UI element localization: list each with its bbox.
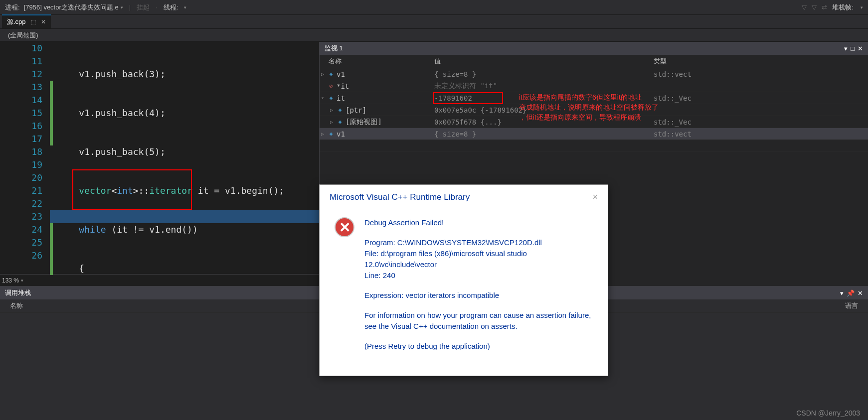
object-icon: ◈	[328, 131, 335, 138]
object-icon: ◈	[337, 119, 344, 126]
object-icon: ◈	[328, 71, 335, 78]
error-icon: ✕	[335, 217, 354, 237]
thread-label: 线程:	[164, 3, 178, 12]
col-value[interactable]: 值	[434, 57, 654, 66]
filter-icon-2[interactable]: ▽	[812, 3, 817, 11]
process-dropdown[interactable]: [7956] vector之迭代器失效问题.e ▾	[24, 3, 123, 12]
dialog-title: Microsoft Visual C++ Runtime Library	[330, 192, 470, 202]
dialog-title-bar[interactable]: Microsoft Visual C++ Runtime Library ×	[320, 185, 608, 207]
watch-row-empty[interactable]	[320, 140, 868, 152]
watch-title-bar[interactable]: 监视 1 ▾ □ ✕	[320, 42, 868, 55]
zoom-bar[interactable]: 133 % ▾	[0, 274, 319, 286]
filter-icon[interactable]: ▽	[802, 3, 807, 11]
separator: |	[129, 3, 131, 11]
stackframe-label: 堆栈帧:	[832, 3, 854, 12]
close-icon[interactable]: ✕	[858, 289, 863, 297]
dropdown-icon[interactable]: ▾	[840, 289, 844, 297]
expander-icon[interactable]: ▷	[320, 131, 326, 137]
expander-icon[interactable]: ▷	[329, 119, 335, 125]
maximize-icon[interactable]: □	[851, 45, 855, 52]
pin-icon[interactable]: 📌	[847, 289, 855, 297]
process-label: 进程:	[5, 3, 20, 12]
pin-icon[interactable]: ⬚	[31, 19, 36, 25]
watch-row[interactable]: ▷◈v1 { size=8 } std::vect	[320, 68, 868, 80]
expander-icon[interactable]: ▷	[329, 107, 335, 113]
close-icon[interactable]: ✕	[41, 18, 46, 25]
expander-icon[interactable]: ▷	[320, 71, 326, 77]
col-type[interactable]: 类型	[654, 57, 868, 66]
chevron-down-icon: ▾	[861, 5, 863, 10]
dropdown-icon[interactable]: ▾	[844, 45, 848, 52]
error-dialog: Microsoft Visual C++ Runtime Library × ✕…	[319, 184, 608, 376]
shuffle-icon[interactable]: ⇄	[822, 3, 827, 11]
dialog-text: Debug Assertion Failed! Program: C:\WIND…	[364, 217, 593, 361]
expander-icon[interactable]: ▿	[320, 95, 326, 101]
current-line-highlight	[50, 210, 319, 223]
error-icon: ⊘	[328, 83, 335, 90]
line-gutter: 1011121314151617181920212223242526	[0, 42, 47, 274]
debug-toolbar: 进程: [7956] vector之迭代器失效问题.e ▾ | 挂起 · 线程:…	[0, 0, 868, 15]
chevron-down-icon: ▾	[121, 5, 123, 10]
annotation-text: it应该是指向尾插的数字6但这里it的地址 变成随机地址，说明原来的地址空间被释…	[519, 92, 718, 122]
watch-row[interactable]: ⊘*it 未定义标识符 "it"	[320, 80, 868, 92]
chevron-down-icon: ▾	[184, 5, 186, 10]
tab-row: 源.cpp ⬚ ✕	[0, 15, 868, 29]
object-icon: ◈	[328, 95, 335, 102]
close-icon[interactable]: ✕	[858, 45, 863, 52]
separator: ·	[156, 3, 158, 11]
code-lines: v1.push_back(3); v1.push_back(4); v1.pus…	[47, 42, 284, 274]
col-name[interactable]: 名称	[10, 301, 23, 310]
chevron-down-icon: ▾	[21, 278, 23, 283]
scope-bar[interactable]: (全局范围)	[0, 29, 868, 42]
object-icon: ◈	[337, 107, 344, 114]
watermark: CSDN @Jerry_2003	[796, 409, 860, 417]
watch-header: 名称 值 类型	[320, 55, 868, 68]
tab-source-cpp[interactable]: 源.cpp ⬚ ✕	[2, 14, 51, 28]
callstack-title: 调用堆栈	[5, 288, 31, 297]
watch-row[interactable]: ▷◈v1 { size=8 } std::vect	[320, 128, 868, 140]
editor-pane: 1011121314151617181920212223242526 v1.pu…	[0, 42, 319, 286]
code-area[interactable]: 1011121314151617181920212223242526 v1.pu…	[0, 42, 319, 274]
suspend-button[interactable]: 挂起	[137, 3, 150, 12]
watch-title: 监视 1	[325, 44, 343, 53]
tab-label: 源.cpp	[7, 17, 26, 26]
close-icon[interactable]: ×	[592, 192, 598, 202]
col-lang[interactable]: 语言	[845, 301, 858, 310]
col-name[interactable]: 名称	[320, 57, 434, 66]
